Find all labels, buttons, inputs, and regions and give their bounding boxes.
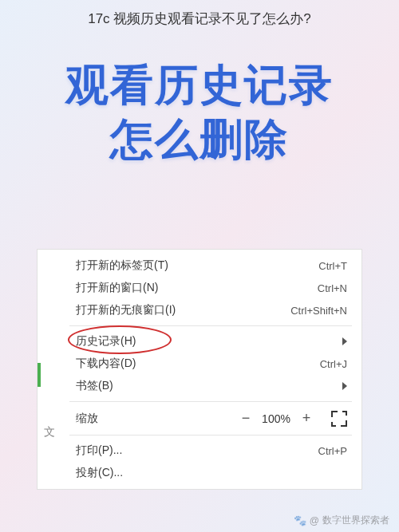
- fullscreen-icon[interactable]: [331, 411, 347, 427]
- headline-line-2: 怎么删除: [0, 112, 399, 167]
- menu-label: 打开新的窗口(N): [76, 281, 318, 295]
- paw-icon: 🐾: [294, 514, 306, 526]
- menu-shortcut: Ctrl+Shift+N: [290, 305, 347, 317]
- zoom-value: 100%: [256, 412, 296, 425]
- menu-shortcut: Ctrl+P: [318, 445, 347, 457]
- menu-label: 投射(C)...: [76, 466, 347, 480]
- menu-item-new-tab[interactable]: 打开新的标签页(T) Ctrl+T: [38, 254, 361, 277]
- menu-shortcut: Ctrl+T: [318, 260, 347, 272]
- menu-item-downloads[interactable]: 下载内容(D) Ctrl+J: [38, 353, 361, 375]
- menu-label: 打开新的无痕窗口(I): [76, 303, 290, 317]
- side-text-fragment: 文: [44, 425, 55, 439]
- headline-line-1: 观看历史记录: [0, 58, 399, 112]
- menu-separator: [69, 401, 352, 402]
- menu-item-new-window[interactable]: 打开新的窗口(N) Ctrl+N: [38, 277, 361, 299]
- browser-menu-screenshot: 打开新的标签页(T) Ctrl+T 打开新的窗口(N) Ctrl+N 打开新的无…: [37, 249, 362, 490]
- menu-shortcut: Ctrl+N: [318, 282, 347, 294]
- menu-label: 书签(B): [76, 379, 336, 393]
- headline: 观看历史记录 怎么删除: [0, 58, 399, 166]
- menu-label: 历史记录(H): [76, 334, 336, 349]
- chevron-right-icon: [342, 382, 347, 390]
- menu-item-cast[interactable]: 投射(C)...: [38, 462, 361, 484]
- menu-item-bookmarks[interactable]: 书签(B): [38, 375, 361, 397]
- menu-label: 打开新的标签页(T): [76, 258, 318, 273]
- menu-item-incognito[interactable]: 打开新的无痕窗口(I) Ctrl+Shift+N: [38, 299, 361, 321]
- attribution: 🐾 @数字世界探索者: [294, 514, 389, 527]
- zoom-in-button[interactable]: +: [296, 410, 317, 427]
- page-title: 17c 视频历史观看记录不见了怎么办?: [0, 0, 399, 34]
- zoom-label: 缩放: [76, 412, 235, 426]
- attribution-name: 数字世界探索者: [322, 514, 389, 527]
- menu-item-history[interactable]: 历史记录(H): [38, 330, 361, 353]
- menu-label: 打印(P)...: [76, 443, 318, 458]
- zoom-out-button[interactable]: −: [235, 410, 256, 427]
- menu-item-zoom: 缩放 − 100% +: [38, 406, 361, 431]
- menu-separator: [69, 325, 352, 326]
- menu-item-print[interactable]: 打印(P)... Ctrl+P: [38, 439, 361, 462]
- chevron-right-icon: [342, 337, 347, 345]
- menu-label: 下载内容(D): [76, 357, 320, 371]
- menu-shortcut: Ctrl+J: [320, 358, 347, 370]
- menu-separator: [69, 435, 352, 435]
- attribution-prefix: @: [310, 515, 319, 526]
